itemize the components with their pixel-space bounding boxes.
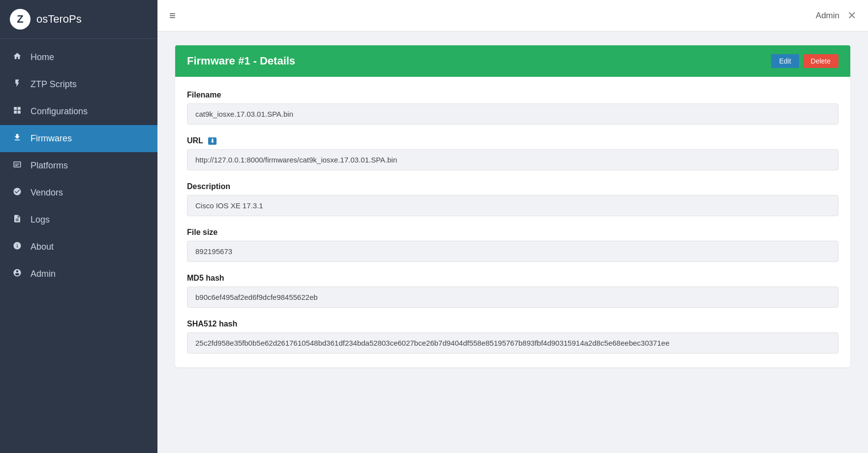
field-value-description: Cisco IOS XE 17.3.1 [187, 195, 838, 216]
field-group-url: URL⬇http://127.0.0.1:8000/firmwares/cat9… [187, 136, 838, 170]
vendors-icon [12, 187, 23, 198]
sidebar-label-configurations: Configurations [31, 106, 88, 117]
sidebar-logo: Z osTeroPs [0, 0, 157, 39]
app-name: osTeroPs [36, 13, 82, 26]
sidebar-label-ztp-scripts: ZTP Scripts [31, 79, 77, 90]
sidebar-label-firmwares: Firmwares [31, 133, 72, 144]
url-download-icon: ⬇ [208, 137, 217, 145]
card-header: Firmware #1 - Details Edit Delete [175, 45, 850, 77]
topbar: ≡ Admin ✕ [157, 0, 868, 32]
sidebar-label-admin: Admin [31, 269, 56, 279]
admin-label: Admin [816, 11, 839, 21]
card-actions: Edit Delete [771, 54, 838, 68]
sidebar-item-firmwares[interactable]: Firmwares [0, 125, 157, 152]
field-value-url: http://127.0.0.1:8000/firmwares/cat9k_io… [187, 149, 838, 170]
firmware-details-card: Firmware #1 - Details Edit Delete Filena… [175, 45, 850, 367]
field-group-sha512hash: SHA512 hash25c2fd958e35fb0b5e62d26176105… [187, 320, 838, 354]
about-icon [12, 241, 23, 253]
home-icon [12, 52, 23, 63]
field-label-sha512hash: SHA512 hash [187, 320, 838, 328]
sidebar-item-home[interactable]: Home [0, 44, 157, 71]
sidebar-item-about[interactable]: About [0, 233, 157, 260]
field-label-filesize: File size [187, 228, 838, 237]
topbar-left: ≡ [169, 9, 176, 22]
main-area: ≡ Admin ✕ Firmware #1 - Details Edit Del… [157, 0, 868, 453]
sidebar-nav: Home ZTP Scripts Configurations Firmware… [0, 39, 157, 453]
configurations-icon [12, 106, 23, 117]
platforms-icon [12, 160, 23, 171]
hamburger-icon[interactable]: ≡ [169, 9, 176, 22]
firmwares-icon [12, 133, 23, 144]
field-group-description: DescriptionCisco IOS XE 17.3.1 [187, 182, 838, 216]
content-area: Firmware #1 - Details Edit Delete Filena… [157, 32, 868, 453]
field-group-filename: Filenamecat9k_iosxe.17.03.01.SPA.bin [187, 91, 838, 125]
sidebar-item-ztp-scripts[interactable]: ZTP Scripts [0, 71, 157, 98]
edit-button[interactable]: Edit [771, 54, 799, 68]
field-group-filesize: File size892195673 [187, 228, 838, 262]
sidebar: Z osTeroPs Home ZTP Scripts Configuratio… [0, 0, 157, 453]
sidebar-label-vendors: Vendors [31, 188, 63, 198]
field-value-md5hash: b90c6ef495af2ed6f9dcfe98455622eb [187, 287, 838, 308]
close-icon[interactable]: ✕ [847, 9, 856, 22]
sidebar-item-configurations[interactable]: Configurations [0, 98, 157, 125]
sidebar-label-logs: Logs [31, 215, 50, 225]
card-title: Firmware #1 - Details [187, 55, 295, 67]
sidebar-item-vendors[interactable]: Vendors [0, 179, 157, 206]
field-label-description: Description [187, 182, 838, 191]
delete-button[interactable]: Delete [803, 54, 838, 68]
logs-icon [12, 214, 23, 226]
field-value-filesize: 892195673 [187, 241, 838, 262]
field-value-sha512hash: 25c2fd958e35fb0b5e62d2617610548bd361df23… [187, 332, 838, 354]
sidebar-item-logs[interactable]: Logs [0, 206, 157, 233]
field-group-md5hash: MD5 hashb90c6ef495af2ed6f9dcfe98455622eb [187, 274, 838, 308]
field-label-md5hash: MD5 hash [187, 274, 838, 283]
field-value-filename: cat9k_iosxe.17.03.01.SPA.bin [187, 103, 838, 125]
field-label-url: URL⬇ [187, 136, 838, 145]
field-label-filename: Filename [187, 91, 838, 99]
sidebar-item-admin[interactable]: Admin [0, 260, 157, 288]
admin-icon [12, 268, 23, 280]
ztp-scripts-icon [12, 79, 23, 90]
card-body: Filenamecat9k_iosxe.17.03.01.SPA.binURL⬇… [175, 77, 850, 367]
sidebar-label-platforms: Platforms [31, 161, 68, 171]
sidebar-item-platforms[interactable]: Platforms [0, 152, 157, 179]
topbar-right: Admin ✕ [816, 9, 856, 22]
logo-icon: Z [10, 9, 31, 30]
sidebar-label-home: Home [31, 52, 54, 63]
sidebar-label-about: About [31, 242, 54, 252]
